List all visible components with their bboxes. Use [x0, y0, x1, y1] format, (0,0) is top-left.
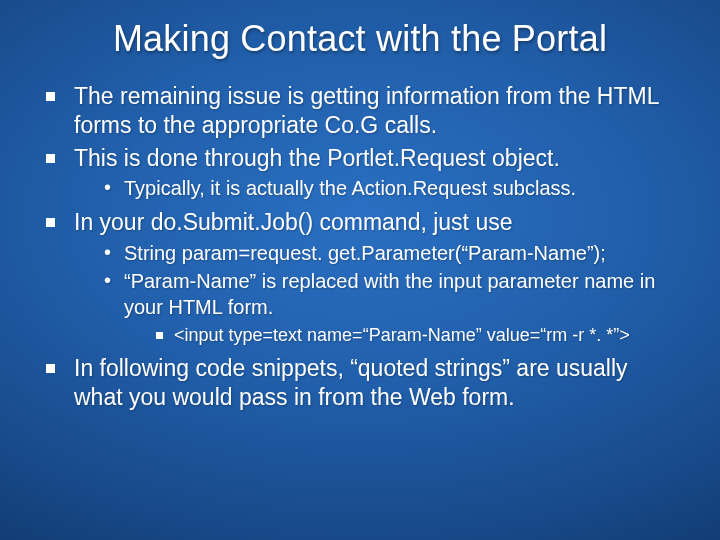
- bullet-item: In your do.Submit.Job() command, just us…: [44, 208, 682, 348]
- bullet-item: This is done through the Portlet.Request…: [44, 144, 682, 202]
- bullet-text: Typically, it is actually the Action.Req…: [124, 177, 576, 199]
- sub-bullet-list: Typically, it is actually the Action.Req…: [102, 176, 682, 202]
- bullet-text: “Param-Name” is replaced with the input …: [124, 270, 655, 318]
- bullet-text: The remaining issue is getting informati…: [74, 83, 659, 138]
- bullet-text: <input type=text name=“Param-Name” value…: [174, 325, 630, 345]
- bullet-text: This is done through the Portlet.Request…: [74, 145, 560, 171]
- sub-bullet-item: String param=request. get.Parameter(“Par…: [102, 241, 682, 267]
- subsub-bullet-item: <input type=text name=“Param-Name” value…: [154, 324, 682, 347]
- sub-bullet-list: String param=request. get.Parameter(“Par…: [102, 241, 682, 348]
- bullet-item: In following code snippets, “quoted stri…: [44, 354, 682, 412]
- bullet-text: In your do.Submit.Job() command, just us…: [74, 209, 512, 235]
- slide: Making Contact with the Portal The remai…: [0, 0, 720, 540]
- subsub-bullet-list: <input type=text name=“Param-Name” value…: [154, 324, 682, 347]
- slide-title: Making Contact with the Portal: [38, 18, 682, 60]
- sub-bullet-item: “Param-Name” is replaced with the input …: [102, 269, 682, 348]
- bullet-item: The remaining issue is getting informati…: [44, 82, 682, 140]
- bullet-text: In following code snippets, “quoted stri…: [74, 355, 628, 410]
- bullet-text: String param=request. get.Parameter(“Par…: [124, 242, 606, 264]
- bullet-list: The remaining issue is getting informati…: [44, 82, 682, 411]
- sub-bullet-item: Typically, it is actually the Action.Req…: [102, 176, 682, 202]
